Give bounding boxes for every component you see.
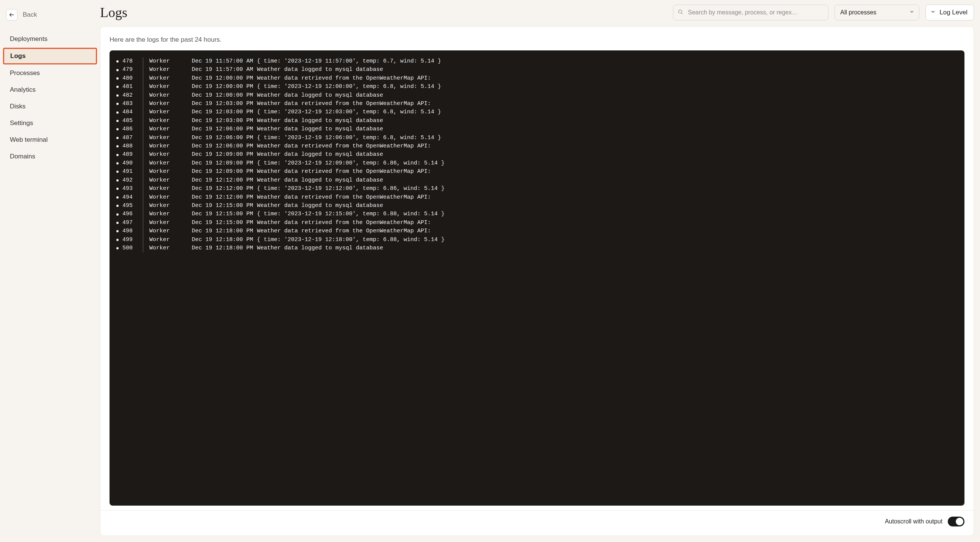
bullet-icon xyxy=(116,69,119,71)
log-timestamp: Dec 19 12:09:00 PM xyxy=(192,167,257,176)
separator xyxy=(143,236,143,244)
separator xyxy=(143,210,143,218)
bullet-icon xyxy=(116,171,119,173)
log-row: 491WorkerDec 19 12:09:00 PMWeather data … xyxy=(116,167,957,176)
bullet-icon xyxy=(116,162,119,164)
log-process: Worker xyxy=(149,134,192,142)
log-process: Worker xyxy=(149,219,192,227)
process-filter-label: All processes xyxy=(840,9,876,16)
log-line-number: 486 xyxy=(123,125,140,134)
separator xyxy=(143,167,143,176)
sidebar-item-processes[interactable]: Processes xyxy=(3,65,97,81)
log-message: Weather data logged to mysql database xyxy=(257,150,957,159)
log-line-number: 492 xyxy=(123,176,140,185)
log-row: 490WorkerDec 19 12:09:00 PM{ time: '2023… xyxy=(116,159,957,167)
log-timestamp: Dec 19 12:12:00 PM xyxy=(192,176,257,185)
sidebar-item-deployments[interactable]: Deployments xyxy=(3,31,97,47)
log-message: { time: '2023-12-19 12:15:00', temp: 6.8… xyxy=(257,210,957,218)
log-line-number: 500 xyxy=(123,244,140,252)
separator xyxy=(143,185,143,193)
separator xyxy=(143,57,143,65)
log-process: Worker xyxy=(149,176,192,185)
log-line-number: 478 xyxy=(123,57,140,65)
bullet-icon xyxy=(116,239,119,241)
bullet-icon xyxy=(116,103,119,105)
log-process: Worker xyxy=(149,150,192,159)
search-input[interactable] xyxy=(673,5,829,21)
log-line-number: 479 xyxy=(123,65,140,74)
chevron-down-icon xyxy=(931,9,935,16)
page-title: Logs xyxy=(100,5,127,21)
bullet-icon xyxy=(116,60,119,62)
log-row: 494WorkerDec 19 12:12:00 PMWeather data … xyxy=(116,193,957,202)
log-timestamp: Dec 19 12:15:00 PM xyxy=(192,210,257,218)
subtitle: Here are the logs for the past 24 hours. xyxy=(110,36,964,44)
sidebar: Back DeploymentsLogsProcessesAnalyticsDi… xyxy=(0,0,100,542)
sidebar-item-disks[interactable]: Disks xyxy=(3,99,97,115)
separator xyxy=(143,91,143,100)
separator xyxy=(143,193,143,202)
sidebar-item-domains[interactable]: Domains xyxy=(3,148,97,164)
log-process: Worker xyxy=(149,65,192,74)
search-icon xyxy=(678,9,683,16)
sidebar-item-settings[interactable]: Settings xyxy=(3,115,97,131)
log-line-number: 490 xyxy=(123,159,140,167)
log-timestamp: Dec 19 12:12:00 PM xyxy=(192,185,257,193)
log-timestamp: Dec 19 12:18:00 PM xyxy=(192,236,257,244)
log-message: Weather data retrieved from the OpenWeat… xyxy=(257,219,957,227)
log-level-button[interactable]: Log Level xyxy=(926,5,974,21)
log-row: 498WorkerDec 19 12:18:00 PMWeather data … xyxy=(116,227,957,235)
log-line-number: 482 xyxy=(123,91,140,100)
separator xyxy=(143,100,143,108)
separator xyxy=(143,74,143,83)
log-line-number: 497 xyxy=(123,219,140,227)
svg-line-2 xyxy=(682,13,683,14)
card-footer: Autoscroll with output xyxy=(110,516,964,526)
back-button[interactable]: Back xyxy=(3,6,97,30)
log-row: 495WorkerDec 19 12:15:00 PMWeather data … xyxy=(116,202,957,210)
log-process: Worker xyxy=(149,193,192,202)
log-process: Worker xyxy=(149,202,192,210)
log-message: Weather data retrieved from the OpenWeat… xyxy=(257,100,957,108)
bullet-icon xyxy=(116,230,119,232)
chevron-down-icon xyxy=(909,9,915,16)
log-row: 483WorkerDec 19 12:03:00 PMWeather data … xyxy=(116,100,957,108)
separator xyxy=(143,65,143,74)
log-level-label: Log Level xyxy=(939,9,967,16)
separator xyxy=(143,150,143,159)
log-timestamp: Dec 19 12:18:00 PM xyxy=(192,244,257,252)
log-timestamp: Dec 19 11:57:00 AM xyxy=(192,57,257,65)
separator xyxy=(143,117,143,125)
sidebar-item-logs[interactable]: Logs xyxy=(3,48,97,64)
log-message: Weather data logged to mysql database xyxy=(257,91,957,100)
log-line-number: 493 xyxy=(123,185,140,193)
log-message: { time: '2023-12-19 12:03:00', temp: 6.8… xyxy=(257,108,957,116)
log-process: Worker xyxy=(149,159,192,167)
sidebar-item-web-terminal[interactable]: Web terminal xyxy=(3,132,97,148)
log-timestamp: Dec 19 12:03:00 PM xyxy=(192,100,257,108)
bullet-icon xyxy=(116,112,119,114)
log-message: Weather data logged to mysql database xyxy=(257,176,957,185)
log-process: Worker xyxy=(149,185,192,193)
log-process: Worker xyxy=(149,125,192,134)
separator xyxy=(143,108,143,116)
main-content: Logs All processes Log Level xyxy=(100,0,980,542)
bullet-icon xyxy=(116,128,119,131)
process-filter-dropdown[interactable]: All processes xyxy=(834,5,920,21)
bullet-icon xyxy=(116,179,119,182)
log-message: Weather data logged to mysql database xyxy=(257,125,957,134)
log-line-number: 494 xyxy=(123,193,140,202)
log-row: 482WorkerDec 19 12:00:00 PMWeather data … xyxy=(116,91,957,100)
log-timestamp: Dec 19 12:09:00 PM xyxy=(192,159,257,167)
back-arrow-icon xyxy=(6,9,18,21)
autoscroll-toggle[interactable] xyxy=(948,516,964,526)
sidebar-item-analytics[interactable]: Analytics xyxy=(3,82,97,98)
log-timestamp: Dec 19 12:00:00 PM xyxy=(192,74,257,83)
log-row: 480WorkerDec 19 12:00:00 PMWeather data … xyxy=(116,74,957,83)
log-process: Worker xyxy=(149,236,192,244)
separator xyxy=(143,227,143,235)
log-line-number: 488 xyxy=(123,142,140,150)
back-label: Back xyxy=(23,11,37,19)
log-row: 496WorkerDec 19 12:15:00 PM{ time: '2023… xyxy=(116,210,957,218)
log-terminal-scroll[interactable]: 478WorkerDec 19 11:57:00 AM{ time: '2023… xyxy=(116,57,961,499)
